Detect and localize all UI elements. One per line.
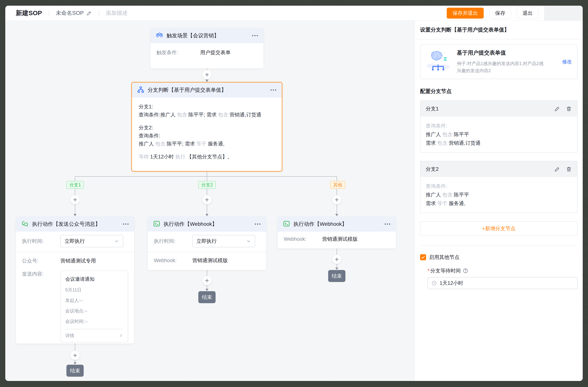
- enable-other-checkbox-row[interactable]: 启用其他节点: [420, 254, 577, 261]
- help-question-icon[interactable]: [463, 268, 468, 274]
- content-label: 发送内容:: [22, 271, 61, 277]
- node-title: 执行动作【Webhook】: [164, 221, 254, 228]
- end-node: 结束: [66, 365, 84, 377]
- add-node-button[interactable]: [332, 255, 341, 264]
- branch-label-2: 分支2: [198, 181, 216, 189]
- enable-other-label: 启用其他节点: [429, 254, 460, 261]
- node-title: 触发场景【会议营销】: [167, 32, 252, 39]
- divider: [16, 252, 134, 252]
- add-branch-button[interactable]: +新增分支节点: [420, 221, 577, 236]
- arrow-down-icon: [206, 214, 209, 216]
- people-group-icon: [156, 32, 163, 40]
- exec-time-value: 立即执行: [64, 238, 114, 244]
- exec-time-select[interactable]: 立即执行: [61, 235, 123, 247]
- more-menu-icon[interactable]: [270, 88, 276, 92]
- branch-card-1: 分支1 查询条件:推广人 包含 陈平平需求 包含 营销通,订货通: [420, 101, 577, 153]
- save-and-exit-button[interactable]: 保存并退出: [447, 8, 484, 19]
- end-node: 结束: [198, 291, 216, 303]
- more-menu-icon[interactable]: [252, 33, 258, 38]
- chevron-down-icon: [114, 239, 119, 244]
- branch-config-panel: 设置分支判断【基于用户提交表单值】 基于用户提交: [415, 21, 583, 381]
- desktop-background: 新建SOP 未命名SOP 添加描述 保存并退出 保存 退出: [0, 0, 588, 387]
- branch-node[interactable]: 分支判断【基于用户提交表单值】 分支1:查询条件:推广人 包含 陈平平; 需求 …: [131, 82, 282, 172]
- account-label: 公众号:: [22, 257, 61, 264]
- more-menu-icon[interactable]: [254, 222, 261, 226]
- edit-icon[interactable]: [554, 166, 560, 172]
- message-title: 会议邀请通知: [65, 276, 123, 282]
- edit-icon[interactable]: [554, 106, 560, 112]
- branch-label-1: 分支1: [66, 181, 84, 189]
- divider: [148, 252, 266, 252]
- sop-editor-window: 新建SOP 未命名SOP 添加描述 保存并退出 保存 退出: [5, 6, 583, 381]
- more-menu-icon[interactable]: [123, 222, 129, 226]
- branch-label-other: 其他: [330, 181, 345, 189]
- arrow-down-icon: [335, 214, 338, 216]
- webhook-value: 营销通测试模版: [322, 236, 357, 243]
- top-header: 新建SOP 未命名SOP 添加描述 保存并退出 保存 退出: [5, 6, 583, 21]
- branch-conditions-text: 分支1:查询条件:推广人 包含 陈平平; 需求 包含 营销通,订货通 分支2:查…: [132, 98, 282, 161]
- exit-button[interactable]: 退出: [517, 8, 539, 19]
- account-value: 营销通测试专用: [61, 257, 96, 264]
- add-node-button[interactable]: [202, 276, 211, 285]
- sitemap-icon: [137, 86, 144, 94]
- delete-icon[interactable]: [566, 106, 572, 112]
- message-detail-link[interactable]: 详情: [65, 329, 123, 342]
- doc-name: 未命名SOP: [56, 9, 84, 17]
- header-corner: [544, 6, 583, 21]
- chevron-down-icon: [246, 239, 251, 244]
- message-row: 会议时间:--: [65, 318, 123, 324]
- add-node-button[interactable]: [202, 70, 211, 79]
- message-preview-card: 会议邀请通知 5月11日 发起人:-- 会议地点:-- 会议时间:-- 详情: [61, 271, 128, 342]
- wait-time-input[interactable]: [440, 280, 574, 286]
- page-title: 新建SOP: [16, 9, 42, 18]
- modify-link[interactable]: 修改: [562, 59, 572, 65]
- divider: [49, 10, 49, 16]
- wechat-icon: [21, 220, 29, 228]
- clock-icon: [431, 280, 437, 286]
- terminal-icon: [283, 220, 290, 228]
- node-title: 分支判断【基于用户提交表单值】: [148, 86, 270, 94]
- divider: [420, 245, 577, 246]
- add-node-button[interactable]: [202, 195, 211, 204]
- terminal-icon: [153, 220, 160, 228]
- trigger-node[interactable]: 触发场景【会议营销】 触发条件: 用户提交表单: [150, 28, 263, 68]
- divider: [99, 10, 99, 16]
- trigger-cond-value: 用户提交表单: [200, 49, 231, 56]
- webhook-label: Webhook:: [154, 258, 192, 264]
- connector: [207, 172, 207, 176]
- exec-time-select[interactable]: 立即执行: [192, 235, 255, 247]
- trigger-cond-label: 触发条件:: [156, 49, 195, 56]
- message-row: 会议地点:--: [65, 308, 123, 314]
- add-node-button[interactable]: [71, 351, 80, 360]
- end-node: 结束: [328, 270, 345, 282]
- exec-time-label: 执行时间:: [154, 238, 192, 244]
- wait-time-label: 分支等待时间: [430, 267, 461, 274]
- branch-card-2: 分支2 查询条件:推广人 包含 陈平平需求 等于 服务通,: [420, 161, 577, 213]
- chevron-right-icon: [119, 333, 123, 338]
- arrow-down-icon: [206, 80, 209, 82]
- action-node-wechat[interactable]: 执行动作【发送公众号消息】 执行时间: 立即执行 公众号: 营销通测试专用 发送…: [16, 217, 134, 344]
- rename-pencil-icon[interactable]: [86, 10, 92, 16]
- arrow-down-icon: [74, 214, 77, 216]
- webhook-label: Webhook:: [284, 236, 322, 242]
- workflow-canvas[interactable]: 分支1 分支2 其他 触发场景【会议营销】: [5, 21, 415, 381]
- node-title: 执行动作【Webhook】: [294, 221, 384, 228]
- add-node-button[interactable]: [71, 195, 80, 204]
- action-node-webhook-1[interactable]: 执行动作【Webhook】 执行时间: 立即执行 Webhook: 营销通测试模…: [148, 217, 266, 270]
- checkbox-checked-icon[interactable]: [420, 254, 426, 260]
- connector: [75, 176, 337, 177]
- add-description[interactable]: 添加描述: [106, 9, 127, 17]
- branch-conditions: 查询条件:推广人 包含 陈平平需求 等于 服务通,: [420, 177, 577, 213]
- arrow-down-icon: [335, 267, 338, 270]
- add-node-button[interactable]: [332, 195, 341, 204]
- more-menu-icon[interactable]: [384, 222, 391, 226]
- panel-title: 设置分支判断【基于用户提交表单值】: [415, 21, 583, 39]
- wait-time-input-wrapper[interactable]: [428, 277, 578, 289]
- save-button[interactable]: 保存: [489, 8, 511, 19]
- delete-icon[interactable]: [566, 166, 572, 172]
- config-branches-heading: 配置分支节点: [420, 88, 577, 95]
- arrow-down-icon: [74, 362, 77, 365]
- webhook-value: 营销通测试模版: [192, 257, 228, 264]
- action-node-webhook-2[interactable]: 执行动作【Webhook】 Webhook: 营销通测试模版: [278, 217, 396, 248]
- exec-time-label: 执行时间:: [22, 238, 61, 244]
